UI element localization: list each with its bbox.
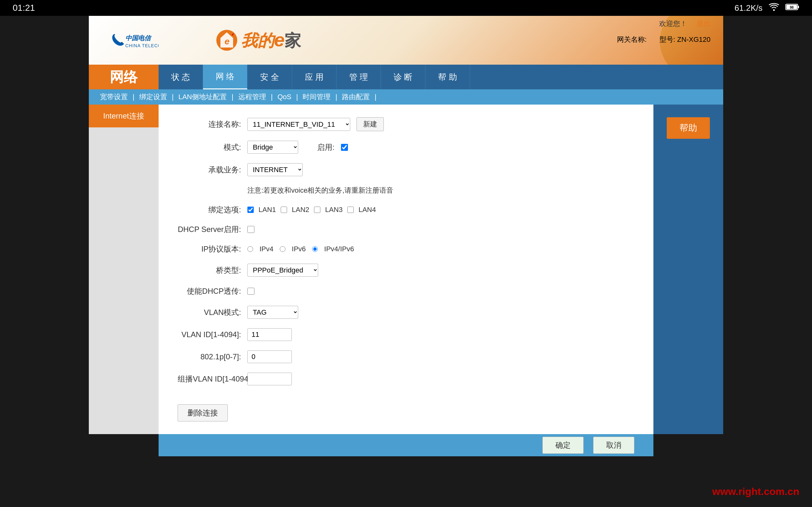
tab-network[interactable]: 网 络 — [203, 65, 247, 89]
ipv4v6-radio[interactable] — [312, 246, 318, 252]
enable-checkbox[interactable] — [341, 144, 348, 151]
dot1p-label: 802.1p[0-7]: — [177, 352, 241, 361]
mode-select[interactable]: Bridge Router PPPoE — [247, 141, 298, 154]
dhcp-passthrough-row: 使能DHCP透传: — [177, 286, 635, 296]
dhcp-server-label: DHCP Server启用: — [177, 224, 241, 234]
ehome-logo: e 我的e家 — [216, 29, 301, 52]
help-button[interactable]: 帮助 — [667, 117, 710, 139]
delete-row: 删除连接 — [177, 398, 635, 421]
bottom-bar-inner: 确定 取消 — [159, 434, 653, 456]
china-telecom-logo: 中国电信 CHINA TELECOM — [108, 31, 159, 50]
subnav-remote[interactable]: 远程管理 — [234, 92, 271, 102]
dhcp-passthrough-label: 使能DHCP透传: — [177, 286, 241, 296]
bottom-bar: 确定 取消 — [89, 434, 723, 456]
mode-row: 模式: Bridge Router PPPoE 启用: — [177, 141, 635, 154]
bind-lan2-checkbox[interactable] — [281, 207, 287, 213]
dot1p-input[interactable] — [247, 350, 292, 363]
service-row: 承载业务: INTERNET VOICE IPTV — [177, 163, 635, 176]
confirm-button[interactable]: 确定 — [542, 437, 583, 454]
subnav-time[interactable]: 时间管理 — [298, 92, 335, 102]
service-select[interactable]: INTERNET VOICE IPTV — [247, 163, 303, 176]
ipv4-radio[interactable] — [247, 246, 253, 252]
sidebar-item-internet[interactable]: Internet连接 — [89, 105, 159, 127]
subnav-bind[interactable]: 绑定设置 — [135, 92, 172, 102]
form-area: 连接名称: 11_INTERNET_B_VID_11 新建 模式: Bridge… — [159, 105, 653, 434]
ip-version-radio-group: IPv4 IPv6 IPv4/IPv6 — [247, 245, 354, 253]
ip-version-label: IP协议版本: — [177, 244, 241, 254]
vlan-mode-row: VLAN模式: TAG UNTAG — [177, 306, 635, 319]
ipv6-label: IPv6 — [292, 245, 306, 253]
right-panel: 帮助 — [653, 105, 723, 434]
vlan-id-input[interactable] — [247, 328, 292, 341]
bind-lan1-checkbox[interactable] — [247, 207, 254, 213]
multicast-vlan-input[interactable] — [247, 373, 292, 385]
tab-help[interactable]: 帮 助 — [425, 65, 470, 89]
ehome-text: 我的e家 — [241, 29, 301, 52]
gateway-info: 网关名称: 型号: ZN-XG120 — [617, 35, 711, 44]
enable-label: 启用: — [317, 142, 335, 153]
vlan-id-row: VLAN ID[1-4094]: — [177, 328, 635, 341]
delete-button[interactable]: 删除连接 — [177, 404, 228, 421]
subnav-lan[interactable]: LAN侧地址配置 — [173, 92, 232, 102]
nav-tabs: 状 态 网 络 安 全 应 用 管 理 诊 断 帮 助 — [159, 65, 723, 89]
tab-security[interactable]: 安 全 — [247, 65, 292, 89]
header-banner: 欢迎您！ 退出 网关名称: 型号: ZN-XG120 中国电信 CHINA TE… — [89, 16, 723, 65]
speed-display: 61.2K/s — [734, 3, 763, 13]
watermark: www.right.com.cn — [712, 486, 799, 498]
multicast-vlan-row: 组播VLAN ID[1-4094]: — [177, 373, 635, 385]
welcome-text: 欢迎您！ — [659, 19, 687, 29]
service-label: 承载业务: — [177, 165, 241, 175]
top-right-info: 欢迎您！ 退出 — [659, 19, 711, 29]
tab-application[interactable]: 应 用 — [292, 65, 337, 89]
tab-management[interactable]: 管 理 — [337, 65, 381, 89]
new-button[interactable]: 新建 — [357, 117, 384, 131]
nav-bar: 网络 状 态 网 络 安 全 应 用 管 理 诊 断 帮 助 — [89, 65, 723, 89]
note-text: 注意:若更改和voice相关的业务,请重新注册语音 — [247, 186, 393, 195]
connection-name-label: 连接名称: — [177, 119, 241, 129]
ct-logo-svg: 中国电信 CHINA TELECOM — [108, 31, 159, 50]
connection-name-select[interactable]: 11_INTERNET_B_VID_11 — [247, 118, 350, 131]
svg-rect-3 — [798, 6, 799, 8]
cancel-button[interactable]: 取消 — [593, 437, 635, 454]
nav-section-title: 网络 — [89, 65, 159, 89]
sub-nav: 宽带设置 | 绑定设置 | LAN侧地址配置 | 远程管理 | QoS | 时间… — [89, 89, 723, 105]
ipv4v6-label: IPv4/IPv6 — [324, 245, 354, 253]
left-sidebar: Internet连接 — [89, 105, 159, 434]
logout-button[interactable]: 退出 — [697, 19, 711, 29]
bind-lan2-label: LAN2 — [292, 206, 309, 214]
model-label: 型号: ZN-XG120 — [659, 35, 711, 44]
status-bar: 01:21 61.2K/s 98 — [0, 0, 812, 16]
bind-lan3-checkbox[interactable] — [314, 207, 320, 213]
vlan-mode-select[interactable]: TAG UNTAG — [247, 306, 298, 319]
bridge-type-select[interactable]: PPPoE_Bridged IP_Bridged — [247, 264, 318, 277]
bind-label: 绑定选项: — [177, 205, 241, 215]
tab-diagnose[interactable]: 诊 断 — [381, 65, 425, 89]
bridge-type-label: 桥类型: — [177, 265, 241, 275]
tab-status[interactable]: 状 态 — [159, 65, 203, 89]
bind-checkbox-group: LAN1 LAN2 LAN3 LAN4 — [247, 206, 376, 214]
ip-version-row: IP协议版本: IPv4 IPv6 IPv4/IPv6 — [177, 244, 635, 254]
ipv4-label: IPv4 — [259, 245, 273, 253]
subnav-broadband[interactable]: 宽带设置 — [95, 92, 133, 102]
dot1p-row: 802.1p[0-7]: — [177, 350, 635, 363]
vlan-id-label: VLAN ID[1-4094]: — [177, 330, 241, 339]
dhcp-passthrough-checkbox[interactable] — [247, 288, 254, 295]
bottom-left-spacer — [89, 434, 159, 456]
logo-area: 中国电信 CHINA TELECOM e — [108, 29, 301, 52]
dhcp-server-checkbox[interactable] — [247, 226, 254, 233]
ehome-icon: e — [216, 29, 238, 51]
note-row: 注意:若更改和voice相关的业务,请重新注册语音 — [177, 186, 635, 195]
bind-lan4-label: LAN4 — [358, 206, 376, 214]
svg-point-0 — [773, 9, 775, 11]
gateway-label: 网关名称: — [617, 35, 647, 44]
main-content: Internet连接 连接名称: 11_INTERNET_B_VID_11 新建… — [89, 105, 723, 434]
subnav-qos[interactable]: QoS — [273, 93, 296, 101]
bind-row: 绑定选项: LAN1 LAN2 LAN3 LAN4 — [177, 205, 635, 215]
bind-lan3-label: LAN3 — [325, 206, 343, 214]
ipv6-radio[interactable] — [280, 246, 286, 252]
wifi-icon — [769, 3, 779, 14]
bridge-type-row: 桥类型: PPPoE_Bridged IP_Bridged — [177, 264, 635, 277]
subnav-route[interactable]: 路由配置 — [337, 92, 374, 102]
bind-lan4-checkbox[interactable] — [347, 207, 354, 213]
mode-label: 模式: — [177, 142, 241, 153]
